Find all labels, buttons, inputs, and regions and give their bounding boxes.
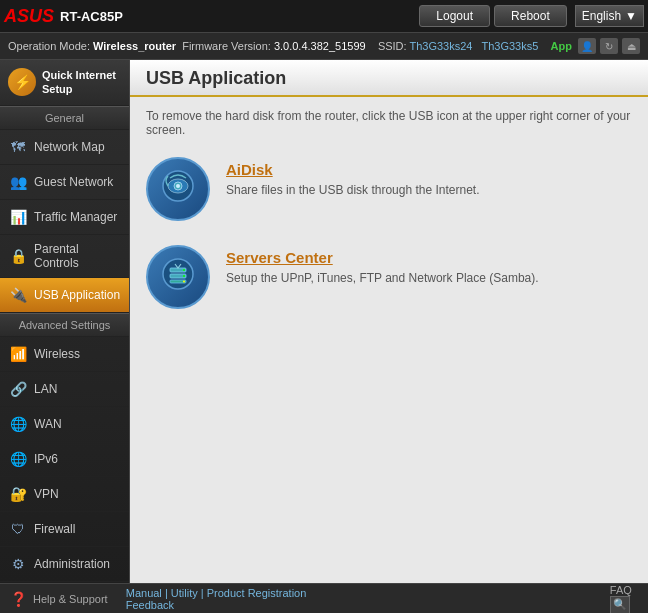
refresh-icon[interactable]: ↻ xyxy=(600,38,618,54)
user-icon: 👤 xyxy=(578,38,596,54)
wan-icon: 🌐 xyxy=(8,414,28,434)
sidebar-item-system-log[interactable]: 📋 System Log xyxy=(0,582,129,583)
app-label: App xyxy=(551,40,572,52)
traffic-manager-label: Traffic Manager xyxy=(34,210,117,224)
lan-icon: 🔗 xyxy=(8,379,28,399)
sidebar-item-wan[interactable]: 🌐 WAN xyxy=(0,407,129,442)
op-mode-val: Wireless_router xyxy=(93,40,176,52)
sidebar-item-firewall[interactable]: 🛡 Firewall xyxy=(0,512,129,547)
vpn-icon: 🔐 xyxy=(8,484,28,504)
ssid2-link[interactable]: Th3G33ks5 xyxy=(481,40,538,52)
sidebar-item-usb-application[interactable]: 🔌 USB Application xyxy=(0,278,129,313)
servers-center-name[interactable]: Servers Center xyxy=(226,249,539,266)
svg-point-8 xyxy=(183,269,185,271)
fw-value: 3.0.0.4.382_51599 xyxy=(274,40,366,52)
app-item-servers-center: Servers Center Setup the UPnP, iTunes, F… xyxy=(146,245,632,309)
ipv6-icon: 🌐 xyxy=(8,449,28,469)
firewall-icon: 🛡 xyxy=(8,519,28,539)
servers-center-icon-circle xyxy=(146,245,210,309)
firewall-label: Firewall xyxy=(34,522,75,536)
sidebar-item-quick-setup[interactable]: ⚡ Quick Internet Setup xyxy=(0,60,129,106)
aidisk-icon-circle xyxy=(146,157,210,221)
sidebar-item-parental-controls[interactable]: 🔒 Parental Controls xyxy=(0,235,129,278)
lan-label: LAN xyxy=(34,382,57,396)
svg-point-9 xyxy=(183,275,185,277)
sidebar-item-network-map[interactable]: 🗺 Network Map xyxy=(0,130,129,165)
top-bar: ASUS RT-AC85P Logout Reboot English ▼ xyxy=(0,0,648,32)
servers-center-desc: Setup the UPnP, iTunes, FTP and Network … xyxy=(226,270,539,287)
sidebar-item-ipv6[interactable]: 🌐 IPv6 xyxy=(0,442,129,477)
wireless-icon: 📶 xyxy=(8,344,28,364)
feedback-link[interactable]: Feedback xyxy=(126,599,174,611)
app-item-aidisk: AiDisk Share files in the USB disk throu… xyxy=(146,157,632,221)
ssid-label: SSID: xyxy=(378,40,407,52)
sidebar-item-traffic-manager[interactable]: 📊 Traffic Manager xyxy=(0,200,129,235)
asus-logo: ASUS xyxy=(4,6,54,27)
main-layout: ⚡ Quick Internet Setup General 🗺 Network… xyxy=(0,60,648,583)
network-map-label: Network Map xyxy=(34,140,105,154)
utility-link[interactable]: Utility xyxy=(171,587,198,599)
guest-network-label: Guest Network xyxy=(34,175,113,189)
ipv6-label: IPv6 xyxy=(34,452,58,466)
quick-setup-icon: ⚡ xyxy=(8,68,36,96)
manual-link[interactable]: Manual xyxy=(126,587,162,599)
guest-network-icon: 👥 xyxy=(8,172,28,192)
administration-icon: ⚙ xyxy=(8,554,28,574)
footer: ❓ Help & Support Manual | Utility | Prod… xyxy=(0,583,648,613)
sidebar: ⚡ Quick Internet Setup General 🗺 Network… xyxy=(0,60,130,583)
op-mode-label: Operation Mode: xyxy=(8,40,90,52)
language-label: English xyxy=(582,9,621,23)
search-icon[interactable]: 🔍 xyxy=(610,596,630,614)
usb-application-icon: 🔌 xyxy=(8,285,28,305)
footer-links: Manual | Utility | Product Registration … xyxy=(126,587,307,611)
status-icons: 👤 ↻ ⏏ xyxy=(578,38,640,54)
administration-label: Administration xyxy=(34,557,110,571)
traffic-manager-icon: 📊 xyxy=(8,207,28,227)
status-right: App 👤 ↻ ⏏ xyxy=(551,38,640,54)
aidisk-desc: Share files in the USB disk through the … xyxy=(226,182,479,199)
parental-controls-icon: 🔒 xyxy=(8,246,28,266)
page-title: USB Application xyxy=(146,68,632,89)
content-header: USB Application xyxy=(130,60,648,97)
usb-icon[interactable]: ⏏ xyxy=(622,38,640,54)
usb-application-label: USB Application xyxy=(34,288,120,302)
faq-label: FAQ xyxy=(610,584,632,596)
aidisk-info: AiDisk Share files in the USB disk throu… xyxy=(226,157,479,199)
parental-controls-label: Parental Controls xyxy=(34,242,121,270)
footer-right: FAQ 🔍 xyxy=(610,584,638,614)
help-support-label: Help & Support xyxy=(33,593,108,605)
vpn-label: VPN xyxy=(34,487,59,501)
sidebar-item-lan[interactable]: 🔗 LAN xyxy=(0,372,129,407)
wan-label: WAN xyxy=(34,417,62,431)
sidebar-item-guest-network[interactable]: 👥 Guest Network xyxy=(0,165,129,200)
reboot-button[interactable]: Reboot xyxy=(494,5,567,27)
footer-left: ❓ Help & Support Manual | Utility | Prod… xyxy=(10,587,306,611)
model-name: RT-AC85P xyxy=(60,9,123,24)
ssid1-link[interactable]: Th3G33ks24 xyxy=(409,40,472,52)
general-section-header: General xyxy=(0,106,129,130)
quick-setup-label: Quick Internet Setup xyxy=(42,68,116,97)
top-buttons: Logout Reboot xyxy=(419,5,566,27)
status-info: Operation Mode: Wireless_router Firmware… xyxy=(8,40,538,52)
sidebar-item-wireless[interactable]: 📶 Wireless xyxy=(0,337,129,372)
svg-point-10 xyxy=(183,280,185,282)
aidisk-name[interactable]: AiDisk xyxy=(226,161,479,178)
status-bar: Operation Mode: Wireless_router Firmware… xyxy=(0,32,648,60)
logout-button[interactable]: Logout xyxy=(419,5,490,27)
wireless-label: Wireless xyxy=(34,347,80,361)
help-icon: ❓ xyxy=(10,591,27,607)
chevron-down-icon: ▼ xyxy=(625,9,637,23)
aidisk-icon xyxy=(160,168,196,211)
product-reg-link[interactable]: Product Registration xyxy=(207,587,307,599)
servers-center-icon xyxy=(160,256,196,299)
sidebar-item-administration[interactable]: ⚙ Administration xyxy=(0,547,129,582)
fw-label: Firmware Version: xyxy=(179,40,271,52)
content-area: USB Application To remove the hard disk … xyxy=(130,60,648,583)
network-map-icon: 🗺 xyxy=(8,137,28,157)
language-selector[interactable]: English ▼ xyxy=(575,5,644,27)
servers-center-info: Servers Center Setup the UPnP, iTunes, F… xyxy=(226,245,539,287)
svg-point-3 xyxy=(176,184,180,188)
content-body: To remove the hard disk from the router,… xyxy=(130,97,648,345)
advanced-section-header: Advanced Settings xyxy=(0,313,129,337)
sidebar-item-vpn[interactable]: 🔐 VPN xyxy=(0,477,129,512)
